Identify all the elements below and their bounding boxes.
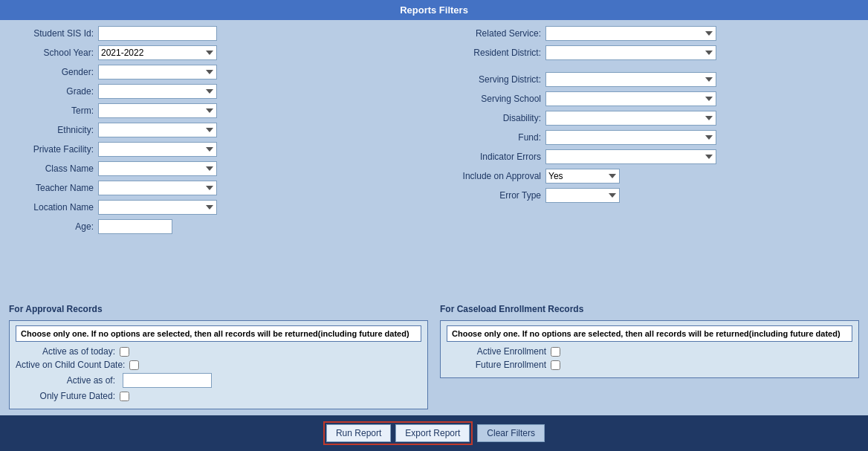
page-header: Reports Filters [0,0,868,20]
related-service-select[interactable] [545,26,716,41]
resident-district-row: Resident District: [441,45,859,60]
location-name-label: Location Name [9,202,98,212]
indicator-errors-select[interactable] [545,149,716,164]
age-input[interactable] [98,219,172,234]
approval-section-title: For Approval Records [9,304,428,314]
error-type-label: Error Type [441,190,545,201]
footer-bar: Run Report Export Report Clear Filters [0,415,868,451]
private-facility-label: Private Facility: [9,144,98,155]
ethnicity-select[interactable] [98,123,217,137]
caseload-records-box: Choose only one. If no options are selec… [440,320,859,378]
active-enrollment-row: Active Enrollment [447,346,852,357]
serving-school-label: Serving School [441,94,545,104]
term-row: Term: [9,103,427,118]
clear-filters-button[interactable]: Clear Filters [477,424,545,442]
serving-district-row: Serving District: [441,72,859,87]
serving-school-row: Serving School [441,91,859,106]
resident-district-select[interactable] [545,45,716,60]
ethnicity-label: Ethnicity: [9,125,98,135]
filters-area: Student SIS Id: School Year: 2021-2022 2… [9,26,859,301]
active-today-label: Active as of today: [16,346,120,357]
active-enrollment-checkbox[interactable] [551,347,560,357]
age-label: Age: [9,221,98,232]
active-enrollment-label: Active Enrollment [447,346,551,357]
student-sis-row: Student SIS Id: [9,26,427,41]
school-year-label: School Year: [9,48,98,58]
sections-row: For Approval Records Choose only one. If… [9,304,859,409]
active-as-of-label: Active as of: [16,375,120,386]
teacher-name-label: Teacher Name [9,183,98,193]
related-service-label: Related Service: [441,28,545,39]
school-year-row: School Year: 2021-2022 2020-2021 2019-20… [9,45,427,60]
grade-label: Grade: [9,86,98,97]
serving-district-label: Serving District: [441,74,545,85]
child-count-row: Active on Child Count Date: [16,360,421,370]
private-facility-row: Private Facility: [9,142,427,157]
disability-label: Disability: [441,113,545,123]
caseload-instruction: Choose only one. If no options are selec… [447,325,852,342]
only-future-dated-checkbox[interactable] [120,392,129,401]
class-name-label: Class Name [9,163,98,174]
private-facility-select[interactable] [98,142,217,157]
grade-select[interactable] [98,84,217,99]
right-column: Related Service: Resident District: Serv… [441,26,859,301]
gender-row: Gender: [9,65,427,80]
resident-district-label: Resident District: [441,48,545,58]
left-column: Student SIS Id: School Year: 2021-2022 2… [9,26,427,301]
school-year-select[interactable]: 2021-2022 2020-2021 2019-2020 [98,45,217,60]
include-on-approval-label: Include on Approval [441,171,545,181]
serving-school-select[interactable] [545,91,716,106]
term-label: Term: [9,106,98,116]
error-type-select[interactable] [545,188,620,203]
age-row: Age: [9,219,427,234]
student-sis-input[interactable] [98,26,217,41]
child-count-label: Active on Child Count Date: [16,360,129,370]
active-as-of-row: Active as of: [16,373,421,388]
location-name-select[interactable] [98,200,217,215]
fund-label: Fund: [441,132,545,143]
class-name-select[interactable] [98,161,217,176]
error-type-row: Error Type [441,188,859,203]
teacher-name-row: Teacher Name [9,181,427,195]
grade-row: Grade: [9,84,427,99]
ethnicity-row: Ethnicity: [9,123,427,137]
approval-records-box: Choose only one. If no options are selec… [9,320,428,409]
page-title: Reports Filters [400,4,468,16]
indicator-errors-label: Indicator Errors [441,152,545,162]
active-as-of-input[interactable] [123,373,212,388]
fund-select[interactable] [545,130,716,145]
indicator-errors-row: Indicator Errors [441,149,859,164]
page-wrapper: Reports Filters Student SIS Id: School Y… [0,0,868,451]
active-today-row: Active as of today: [16,346,421,357]
gender-select[interactable] [98,65,217,80]
export-report-button[interactable]: Export Report [395,424,470,442]
run-report-button[interactable]: Run Report [326,424,391,442]
active-today-checkbox[interactable] [120,347,129,357]
caseload-section-title: For Caseload Enrollment Records [440,304,859,314]
teacher-name-select[interactable] [98,181,217,195]
include-on-approval-row: Include on Approval Yes No [441,169,859,184]
caseload-section: For Caseload Enrollment Records Choose o… [440,304,859,409]
main-content: Student SIS Id: School Year: 2021-2022 2… [0,20,868,415]
disability-select[interactable] [545,111,716,126]
include-on-approval-select[interactable]: Yes No [545,169,620,184]
future-enrollment-row: Future Enrollment [447,360,852,370]
gender-label: Gender: [9,67,98,77]
approval-instruction: Choose only one. If no options are selec… [16,325,421,342]
future-enrollment-checkbox[interactable] [551,360,560,370]
future-enrollment-label: Future Enrollment [447,360,551,370]
related-service-row: Related Service: [441,26,859,41]
only-future-dated-row: Only Future Dated: [16,391,421,401]
serving-district-select[interactable] [545,72,716,87]
location-name-row: Location Name [9,200,427,215]
child-count-checkbox[interactable] [129,360,139,370]
term-select[interactable] [98,103,217,118]
class-name-row: Class Name [9,161,427,176]
fund-row: Fund: [441,130,859,145]
disability-row: Disability: [441,111,859,126]
approval-section: For Approval Records Choose only one. If… [9,304,428,409]
only-future-dated-label: Only Future Dated: [16,391,120,401]
student-sis-label: Student SIS Id: [9,28,98,39]
